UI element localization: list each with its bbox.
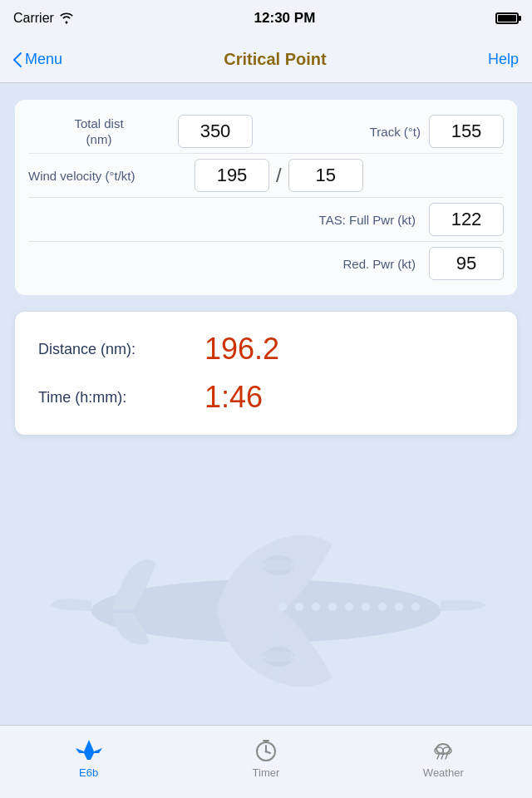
status-bar: Carrier 12:30 PM: [0, 0, 532, 37]
input-card: Total dist(nm) 350 Track (°t) 155 Wind v…: [15, 100, 517, 295]
help-button[interactable]: Help: [488, 51, 519, 68]
nav-bar: Menu Critical Point Help: [0, 37, 532, 83]
svg-point-19: [278, 603, 287, 611]
svg-point-20: [411, 603, 420, 611]
svg-point-21: [395, 603, 403, 611]
wind-slash: /: [276, 164, 282, 187]
svg-rect-4: [262, 652, 295, 662]
svg-point-17: [312, 603, 320, 611]
tab-timer[interactable]: Timer: [177, 726, 354, 798]
total-dist-label: Total dist(nm): [28, 116, 170, 148]
timer-tab-icon: [253, 736, 279, 763]
track-section: Track (°t) 155: [370, 115, 504, 148]
wind-row: Wind velocity (°t/kt) 195 / 15: [28, 154, 504, 198]
page-title: Critical Point: [224, 50, 326, 69]
tab-bar: E6b Timer Weather: [0, 725, 532, 798]
distance-result-row: Distance (nm): 196.2: [38, 332, 494, 367]
svg-point-16: [328, 603, 337, 611]
total-dist-input[interactable]: 350: [178, 115, 253, 148]
svg-point-13: [378, 603, 387, 611]
time-display: 12:30 PM: [254, 10, 316, 27]
svg-point-14: [362, 603, 370, 611]
svg-point-27: [264, 751, 267, 753]
airplane-tab-icon: [76, 736, 102, 763]
tas-row: TAS: Full Pwr (kt) 122: [28, 198, 504, 242]
distance-value: 196.2: [204, 332, 279, 367]
red-pwr-label: Red. Pwr (kt): [28, 257, 429, 271]
back-label: Menu: [25, 51, 62, 68]
battery-indicator: [495, 12, 519, 24]
e6b-tab-label: E6b: [79, 766, 98, 779]
red-pwr-row: Red. Pwr (kt) 95: [28, 242, 504, 285]
weather-tab-label: Weather: [423, 766, 464, 779]
dist-track-row: Total dist(nm) 350 Track (°t) 155: [28, 110, 504, 154]
time-label: Time (h:mm):: [38, 389, 204, 406]
svg-rect-2: [262, 560, 295, 570]
carrier-label: Carrier: [13, 11, 54, 26]
wind-speed-input[interactable]: 15: [288, 159, 363, 192]
airplane-background: [0, 474, 532, 740]
red-pwr-input[interactable]: 95: [429, 247, 504, 280]
wifi-icon: [59, 12, 74, 24]
wind-label: Wind velocity (°t/kt): [28, 169, 195, 183]
tas-input[interactable]: 122: [429, 203, 504, 236]
svg-line-31: [437, 755, 439, 759]
back-button[interactable]: Menu: [13, 51, 62, 68]
weather-tab-icon: [430, 736, 456, 763]
main-content: Total dist(nm) 350 Track (°t) 155 Wind v…: [0, 83, 532, 435]
airplane-illustration: [33, 482, 499, 732]
wind-dir-input[interactable]: 195: [195, 159, 269, 192]
tas-label: TAS: Full Pwr (kt): [28, 213, 429, 227]
timer-tab-label: Timer: [253, 766, 280, 779]
svg-point-18: [295, 603, 303, 611]
tab-weather[interactable]: Weather: [355, 726, 532, 798]
time-value: 1:46: [204, 380, 263, 415]
carrier-wifi: Carrier: [13, 11, 74, 26]
track-label: Track (°t): [370, 125, 421, 139]
distance-label: Distance (nm):: [38, 341, 204, 358]
wind-values: 195 / 15: [195, 159, 363, 192]
time-result-row: Time (h:mm): 1:46: [38, 380, 494, 415]
tab-e6b[interactable]: E6b: [0, 726, 177, 798]
results-card: Distance (nm): 196.2 Time (h:mm): 1:46: [15, 312, 517, 435]
svg-line-33: [446, 755, 447, 759]
chevron-left-icon: [13, 52, 22, 67]
track-input[interactable]: 155: [429, 115, 504, 148]
svg-line-32: [441, 755, 443, 759]
svg-point-15: [345, 603, 353, 611]
